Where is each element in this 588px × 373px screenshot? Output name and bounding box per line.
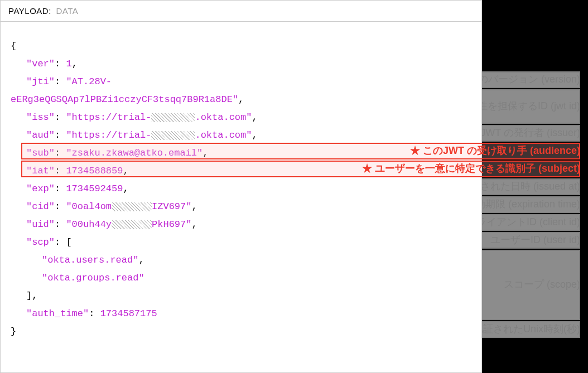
anno-label-scp: スコープ (scope) <box>504 278 580 291</box>
val-aud-a: "https://trial- <box>66 130 151 141</box>
row-exp: "exp": 1734592459, <box>11 180 471 198</box>
key-sub: "sub" <box>26 148 55 158</box>
val-uid-b: PkH697" <box>152 219 191 230</box>
anno-label-cid: クライアントID (client id) <box>466 215 580 229</box>
row-scp-item1: "okta.users.read", <box>11 251 471 269</box>
anno-label-aud: ★ このJWT の受け取り手 (audience) <box>410 144 580 157</box>
jwt-code-block: { "ver": 1, "jti": "AT.28V- eERg3eQGSQAp… <box>1 22 481 351</box>
row-scp-open: "scp": [ <box>11 234 471 251</box>
payload-type: DATA <box>54 6 78 16</box>
val-aud-b: .okta.com" <box>195 130 252 141</box>
val-iss-b: .okta.com" <box>195 112 252 123</box>
val-jti-b: eERg3eQGSQAp7lPBZi1cczyCF3tsqq7B9R1a8DE" <box>11 94 238 105</box>
val-uid-a: "00uh44y <box>66 219 112 230</box>
key-exp: "exp" <box>26 183 55 194</box>
row-ver: "ver": 1, <box>11 55 471 73</box>
val-iss-a: "https://trial- <box>66 112 151 123</box>
val-cid-a: "0oal4om <box>66 201 112 212</box>
redacted-uid <box>112 220 152 229</box>
row-jti-line1: "jti": "AT.28V- <box>11 73 471 91</box>
key-ver: "ver" <box>26 59 55 69</box>
row-scp-close: ], <box>11 287 471 305</box>
json-close-brace: } <box>11 326 16 337</box>
row-jti-line2: eERg3eQGSQAp7lPBZi1cczyCF3tsqq7B9R1a8DE"… <box>11 91 471 109</box>
key-jti: "jti" <box>26 76 55 87</box>
val-sub: "zsaku.zkawa@atko.email" <box>66 148 203 158</box>
val-iat: 1734588859 <box>66 166 123 176</box>
row-uid: "uid": "00uh44yPkH697", <box>11 216 471 234</box>
payload-panel: PAYLOAD: DATA { "ver": 1, "jti": "AT.28V… <box>0 0 482 373</box>
row-iss: "iss": "https://trial-.okta.com", <box>11 109 471 127</box>
redacted-cid <box>112 202 152 211</box>
key-iat: "iat" <box>26 166 55 176</box>
row-cid: "cid": "0oal4omIZV697", <box>11 198 471 216</box>
val-authtime: 1734587175 <box>100 308 157 319</box>
payload-label: PAYLOAD: <box>8 6 51 16</box>
key-cid: "cid" <box>26 201 55 212</box>
redacted-iss <box>151 113 195 122</box>
val-scp-1: "okta.users.read" <box>42 255 138 265</box>
key-iss: "iss" <box>26 112 55 123</box>
row-authtime: "auth_time": 1734587175 <box>11 305 471 323</box>
anno-label-sub: ★ ユーザーを一意に特定できる識別子 (subject) <box>362 162 580 175</box>
val-scp-2: "okta.groups.read" <box>42 273 144 283</box>
redacted-aud <box>151 131 195 140</box>
key-aud: "aud" <box>26 130 55 141</box>
row-scp-item2: "okta.groups.read" <box>11 269 471 287</box>
val-jti-a: "AT.28V- <box>66 76 112 87</box>
row-sub: "sub": "zsaku.zkawa@atko.email", <box>11 144 471 162</box>
panel-header: PAYLOAD: DATA <box>1 1 481 22</box>
row-aud: "aud": "https://trial-.okta.com", <box>11 127 471 144</box>
val-cid-b: IZV697" <box>152 201 191 212</box>
key-scp: "scp" <box>26 237 55 248</box>
key-uid: "uid" <box>26 219 55 230</box>
val-ver: 1 <box>66 59 71 69</box>
key-authtime: "auth_time" <box>26 308 89 319</box>
json-open-brace: { <box>11 41 16 51</box>
val-exp: 1734592459 <box>66 183 123 194</box>
anno-label-uid: ユーザーID (user id) <box>490 233 580 246</box>
